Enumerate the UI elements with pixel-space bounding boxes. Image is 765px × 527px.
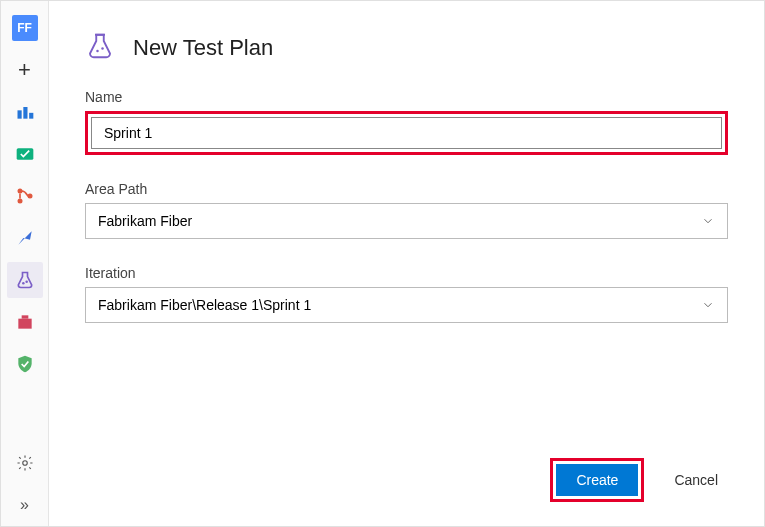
artifacts-icon bbox=[14, 311, 36, 333]
iteration-value: Fabrikam Fiber\Release 1\Sprint 1 bbox=[98, 297, 311, 313]
area-path-label: Area Path bbox=[85, 181, 728, 197]
footer-buttons: Create Cancel bbox=[85, 398, 728, 502]
sidebar-pipelines[interactable] bbox=[7, 220, 43, 256]
overview-icon bbox=[14, 101, 36, 123]
svg-point-14 bbox=[101, 47, 104, 50]
sidebar-testplans[interactable] bbox=[7, 262, 43, 298]
name-field-wrap: Name bbox=[85, 89, 728, 155]
area-field-wrap: Area Path Fabrikam Fiber bbox=[85, 181, 728, 239]
iteration-field-wrap: Iteration Fabrikam Fiber\Release 1\Sprin… bbox=[85, 265, 728, 323]
svg-rect-9 bbox=[18, 319, 31, 329]
svg-point-11 bbox=[22, 461, 27, 466]
shield-icon bbox=[14, 353, 36, 375]
pipelines-icon bbox=[14, 227, 36, 249]
svg-point-8 bbox=[25, 280, 28, 283]
boards-icon bbox=[14, 143, 36, 165]
expand-sidebar[interactable]: » bbox=[7, 487, 43, 523]
settings-button[interactable] bbox=[7, 445, 43, 481]
ff-logo-icon: FF bbox=[12, 15, 38, 41]
svg-rect-2 bbox=[29, 113, 33, 119]
page-title: New Test Plan bbox=[133, 35, 273, 61]
testplans-icon bbox=[14, 269, 36, 291]
svg-rect-10 bbox=[21, 315, 28, 318]
name-highlight bbox=[85, 111, 728, 155]
sidebar-artifacts[interactable] bbox=[7, 304, 43, 340]
area-path-value: Fabrikam Fiber bbox=[98, 213, 192, 229]
sidebar-boards[interactable] bbox=[7, 136, 43, 172]
svg-rect-0 bbox=[17, 110, 21, 118]
sidebar-repos[interactable] bbox=[7, 178, 43, 214]
iteration-select[interactable]: Fabrikam Fiber\Release 1\Sprint 1 bbox=[85, 287, 728, 323]
svg-point-13 bbox=[96, 50, 99, 53]
repos-icon bbox=[14, 185, 36, 207]
svg-rect-1 bbox=[23, 107, 27, 119]
name-input[interactable] bbox=[91, 117, 722, 149]
gear-icon bbox=[14, 452, 36, 474]
double-chevron-right-icon: » bbox=[20, 496, 29, 514]
create-highlight: Create bbox=[550, 458, 644, 502]
name-label: Name bbox=[85, 89, 728, 105]
sidebar-overview[interactable] bbox=[7, 94, 43, 130]
main-content: New Test Plan Name Area Path Fabrikam Fi… bbox=[49, 1, 764, 526]
plus-icon: + bbox=[18, 59, 31, 81]
create-button[interactable]: Create bbox=[556, 464, 638, 496]
add-button[interactable]: + bbox=[7, 52, 43, 88]
page-header: New Test Plan bbox=[85, 31, 728, 65]
chevron-down-icon bbox=[701, 214, 715, 228]
chevron-down-icon bbox=[701, 298, 715, 312]
svg-point-5 bbox=[17, 199, 22, 204]
iteration-label: Iteration bbox=[85, 265, 728, 281]
area-path-select[interactable]: Fabrikam Fiber bbox=[85, 203, 728, 239]
project-logo[interactable]: FF bbox=[7, 10, 43, 46]
cancel-button[interactable]: Cancel bbox=[664, 464, 728, 496]
test-plan-header-icon bbox=[85, 31, 115, 65]
svg-point-7 bbox=[22, 282, 24, 285]
sidebar-compliance[interactable] bbox=[7, 346, 43, 382]
left-sidebar: FF + bbox=[1, 1, 49, 526]
